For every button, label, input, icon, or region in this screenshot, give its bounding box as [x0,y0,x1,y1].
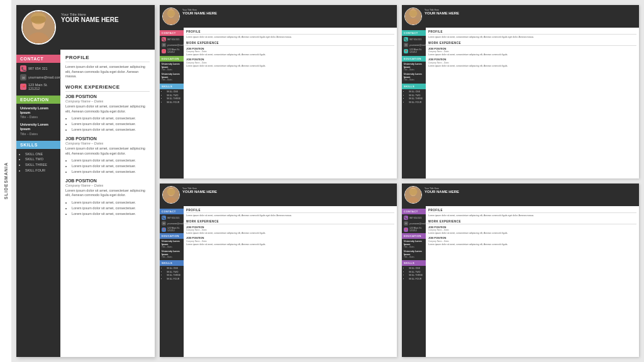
resume-card-3: Your Title Here YOUR NAME HERE CONTACT 📞… [160,184,397,357]
job-bullets-2: Lorem ipsum dolor sit amet, consectetuer… [72,158,150,174]
svg-point-20 [409,189,418,195]
company-dates-1: Company Name – Dates [65,99,150,103]
work-experience-heading: WORK EXPERIENCE [65,84,150,92]
contact-heading: CONTACT [16,55,60,63]
resume-grid: Your Title Here YOUR NAME HERE CONTACT 📞… [160,5,639,357]
job-bullets-1: Lorem ipsum dolor sit amet, consectetuer… [72,116,150,132]
sidebar: CONTACT 📞 987 654 321 ✉ yourname@mail.co… [16,50,60,357]
body-section: CONTACT 📞 987 654 321 ✉ yourname@mail.co… [16,50,155,357]
phone-icon: 📞 [20,65,26,72]
job-position-3: JOB POSITION [65,178,150,183]
job-entry-2: JOB POSITION Company Name – Dates Lorem … [65,136,150,175]
education-heading: EDUCATION [16,96,60,104]
main-content: Your Title Here YOUR NAME HERE CONTACT 📞… [11,0,644,362]
brand-label: SLIDESMANIA [4,162,8,199]
skill-item-2: SKILL TWO [25,156,57,162]
edu-entry-2: University Lorem Ipsum Title – Dates [20,123,57,135]
svg-point-12 [409,10,418,17]
job-desc-2: Lorem ipsum dolor sit amet, consectetuer… [65,146,150,156]
profile-text: Lorem ipsum dolor sit amet, consectetuer… [65,65,150,79]
phone-item: 📞 987 654 321 [20,65,57,72]
resume-header: Your Title Here YOUR NAME HERE [16,5,155,50]
email-item: ✉ yourname@mail.com [20,74,57,80]
resume-card-4: Your Title Here YOUR NAME HERE CONTACT 📞… [402,184,639,357]
location-icon: 📍 [20,84,26,90]
your-name: YOUR NAME HERE [61,16,150,23]
job-position-1: JOB POSItIoN [65,94,150,99]
job-desc-1: Lorem ipsum dolor sit amet, consectetuer… [65,104,150,114]
skills-heading: SKILLS [16,141,60,149]
skill-item-4: SKILL FOUR [25,168,57,173]
avatar [21,10,56,45]
job-desc-3: Lorem ipsum dolor sit amet, consectetuer… [65,189,150,198]
content-area: PROFILE Lorem ipsum dolor sit amet, cons… [60,50,155,357]
resume-main-card: Your Title Here YOUR NAME HERE CONTACT 📞… [16,5,155,357]
resume-card-1: Your Title Here YOUR NAME HERE CONTACT 📞… [160,5,397,178]
avatar-image [23,11,55,43]
company-dates-2: Company Name – Dates [65,141,150,145]
job-position-2: JOB POSITION [65,136,150,141]
job-entry-3: JOB POSITION Company Name – Dates Lorem … [65,178,150,217]
skill-item-1: SKILL ONE [25,151,57,157]
job-bullets-3: Lorem ipsum dolor sit amet, consectetuer… [72,200,150,216]
skill-list: SKILL ONE SKILL TWO SKILL THREE SKILL FO… [20,151,57,173]
company-dates-3: Company Name – Dates [65,184,150,187]
brand-strip: SLIDESMANIA [0,0,11,362]
job-entry-1: JOB POSItIoN Company Name – Dates Lorem … [65,94,150,133]
small-avatar-1 [162,8,180,25]
small-sidebar-1: CONTACT 📞987 654 321 ✉yourname@mail.com … [160,28,184,178]
edu-entry-1: University Lorem Ipsum Title – Dates [20,106,57,119]
profile-heading: PROFILE [65,55,150,62]
svg-point-16 [167,189,175,195]
svg-point-8 [167,10,175,17]
small-header-1: Your Title Here YOUR NAME HERE [160,5,397,28]
skill-item-3: SKILL THREE [25,162,57,168]
address-item: 📍 123 Main St. 121212 [20,83,57,90]
email-icon: ✉ [20,74,26,80]
resume-card-2: Your Title Here YOUR NAME HERE CONTACT 📞… [402,5,639,178]
svg-rect-5 [31,16,46,23]
name-section: Your Title Here YOUR NAME HERE [61,10,150,23]
